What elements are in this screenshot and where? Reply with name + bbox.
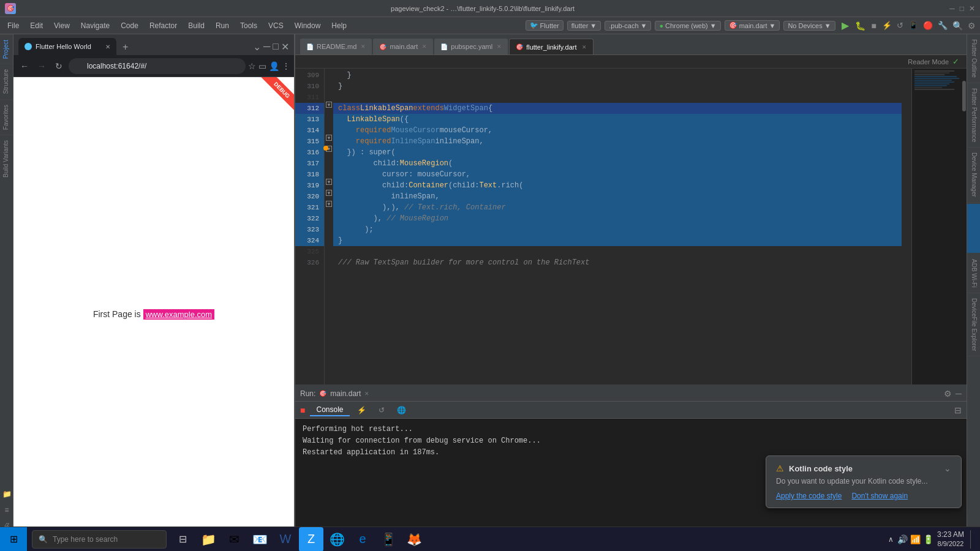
settings-btn[interactable]: ⚙ xyxy=(966,21,978,31)
scrollbar-thumb[interactable] xyxy=(962,81,966,111)
toast-dismiss-icon[interactable]: ⌄ xyxy=(944,463,951,473)
menu-help[interactable]: Help xyxy=(326,20,352,31)
flutter-performance-tab[interactable]: Flutter Performance xyxy=(967,83,980,148)
run-file-close[interactable]: ✕ xyxy=(364,391,369,397)
no-devices-dropdown[interactable]: No Devices ▼ xyxy=(783,21,835,31)
window-controls[interactable]: ─ □ ✕ xyxy=(949,4,975,13)
device-manager-tab[interactable]: Device Manager xyxy=(967,148,980,203)
project-sidebar-tab[interactable]: Project xyxy=(0,34,13,64)
tab-main-dart[interactable]: 🎯 main.dart ✕ xyxy=(373,39,433,54)
tab-readme[interactable]: 📄 README.md ✕ xyxy=(300,39,372,54)
tab-pubspec-close[interactable]: ✕ xyxy=(497,43,502,50)
run-file-name[interactable]: main.dart xyxy=(330,389,361,398)
stop-button[interactable]: ■ xyxy=(869,21,879,31)
forward-button[interactable]: → xyxy=(34,59,49,73)
sync-tab[interactable]: ↺ xyxy=(374,405,390,416)
system-clock[interactable]: 3:23 AM 8/9/2022 xyxy=(937,530,964,549)
taskbar-app-mail2[interactable]: 📧 xyxy=(247,527,272,552)
menu-tools[interactable]: Tools xyxy=(235,20,262,31)
tab-flutter-linkify[interactable]: 🎯 flutter_linkify.dart ✕ xyxy=(509,39,594,54)
menu-run[interactable]: Run xyxy=(211,20,234,31)
stop-run-icon[interactable]: ■ xyxy=(300,405,305,415)
structure-sidebar-tab[interactable]: Structure xyxy=(0,64,13,99)
menu-file[interactable]: File xyxy=(2,20,24,31)
menu-refactor[interactable]: Refactor xyxy=(145,20,182,31)
console-close-icon[interactable]: ─ xyxy=(956,389,962,399)
sidebar-toggle-icon[interactable]: ▭ xyxy=(258,61,266,71)
flutter-project-dropdown[interactable]: flutter ▼ xyxy=(567,21,601,31)
menu-code[interactable]: Code xyxy=(116,20,143,31)
tab-pubspec[interactable]: 📄 pubspec.yaml ✕ xyxy=(434,39,508,54)
code-content[interactable]: } } class LinkableSpan extends xyxy=(333,69,911,384)
debug-button[interactable]: 🐛 xyxy=(853,21,868,31)
flutter-link[interactable]: www.example.com xyxy=(143,309,214,320)
close-browser-icon[interactable]: ✕ xyxy=(281,41,289,53)
toolbar-icon1[interactable]: 📱 xyxy=(907,21,920,30)
taskbar-search[interactable]: 🔍 Type here to search xyxy=(32,530,167,549)
maximize-browser-icon[interactable]: □ xyxy=(273,41,279,53)
tab-flutter-linkify-close[interactable]: ✕ xyxy=(582,44,587,50)
taskbar-app-mail[interactable]: ✉ xyxy=(222,527,246,552)
toast-apply-action[interactable]: Apply the code style xyxy=(776,492,842,500)
menu-view[interactable]: View xyxy=(49,20,75,31)
tray-up-arrow[interactable]: ∧ xyxy=(888,535,894,544)
pub-cache-dropdown[interactable]: .pub-cach ▼ xyxy=(605,21,651,31)
tab-search-icon[interactable]: ⌄ xyxy=(253,41,261,53)
adb-wifi-tab[interactable]: ADB Wi-Fi xyxy=(967,254,980,293)
console-settings-icon[interactable]: ⚙ xyxy=(944,389,952,399)
resource-manager-icon[interactable]: 📁 xyxy=(0,487,13,501)
sidebar-btn1[interactable]: ≡ xyxy=(0,503,13,517)
browser-tab-close[interactable]: ✕ xyxy=(105,43,110,50)
globe-tab[interactable]: 🌐 xyxy=(392,405,411,416)
start-button[interactable]: ⊞ xyxy=(0,527,27,552)
reader-mode-check[interactable]: ✓ xyxy=(952,57,959,66)
reload-button[interactable]: ↻ xyxy=(51,59,66,73)
toast-dismiss-action[interactable]: Don't show again xyxy=(851,492,908,500)
maximize-btn[interactable]: □ xyxy=(960,4,964,13)
new-tab-btn[interactable]: + xyxy=(116,39,134,55)
minimize-browser-icon[interactable]: ─ xyxy=(263,41,270,53)
show-desktop-btn[interactable] xyxy=(970,530,973,549)
browser-menu-icon[interactable]: ⋮ xyxy=(282,61,290,71)
toolbar-icon3[interactable]: 🔧 xyxy=(936,21,949,30)
minimap-scrollbar[interactable] xyxy=(911,69,967,384)
tab-main-dart-close[interactable]: ✕ xyxy=(422,43,427,50)
taskbar-app-whatsapp[interactable]: 📱 xyxy=(376,527,401,552)
taskbar-app-browser[interactable]: 🦊 xyxy=(402,527,426,552)
console-tab[interactable]: Console xyxy=(310,404,349,416)
taskbar-app-edge[interactable]: e xyxy=(350,527,375,552)
chrome-dropdown[interactable]: ● Chrome (web) ▼ xyxy=(655,21,720,31)
taskbar-app-chrome[interactable]: 🌐 xyxy=(325,527,349,552)
build-variants-sidebar-tab[interactable]: Build Variants xyxy=(0,135,13,182)
menu-edit[interactable]: Edit xyxy=(25,20,48,31)
device-file-explorer-tab[interactable]: DeviceFile Explorer xyxy=(967,293,980,357)
favorites-sidebar-tab[interactable]: Favorites xyxy=(0,99,13,135)
flutter-outline-tab[interactable]: Flutter Outline xyxy=(967,34,980,83)
menu-vcs[interactable]: VCS xyxy=(263,20,288,31)
back-button[interactable]: ← xyxy=(17,59,32,73)
run-button[interactable]: ▶ xyxy=(839,20,851,31)
layout-icon[interactable]: ⊟ xyxy=(954,405,962,415)
vertical-scrollbar[interactable] xyxy=(962,69,967,384)
menu-build[interactable]: Build xyxy=(183,20,209,31)
taskbar-search-text[interactable]: Type here to search xyxy=(53,535,118,544)
reader-mode-label[interactable]: Reader Mode xyxy=(908,58,949,66)
tab-readme-close[interactable]: ✕ xyxy=(361,43,366,50)
minimize-btn[interactable]: ─ xyxy=(949,4,955,13)
menu-window[interactable]: Window xyxy=(290,20,326,31)
main-dart-dropdown[interactable]: 🎯 main.dart ▼ xyxy=(725,20,780,31)
bookmark-icon[interactable]: ☆ xyxy=(248,61,256,71)
run-tab-label[interactable]: Run: xyxy=(300,389,315,398)
flutter-dropdown[interactable]: 🐦 Flutter xyxy=(526,20,564,31)
taskbar-app-zoom[interactable]: Z xyxy=(299,527,323,552)
taskbar-app-explorer[interactable]: 📁 xyxy=(196,527,221,552)
hot-reload-btn[interactable]: ⚡ xyxy=(880,21,894,30)
search-ide-btn[interactable]: 🔍 xyxy=(951,21,965,31)
hot-restart-btn[interactable]: ↺ xyxy=(895,21,905,30)
profile-icon[interactable]: 👤 xyxy=(269,61,279,71)
toolbar-icon2[interactable]: 🔴 xyxy=(921,21,935,30)
address-bar[interactable] xyxy=(69,58,246,74)
browser-tab-active[interactable]: Flutter Hello World ✕ xyxy=(18,38,116,55)
bolt-tab[interactable]: ⚡ xyxy=(352,405,371,416)
taskbar-app-word[interactable]: W xyxy=(273,527,298,552)
